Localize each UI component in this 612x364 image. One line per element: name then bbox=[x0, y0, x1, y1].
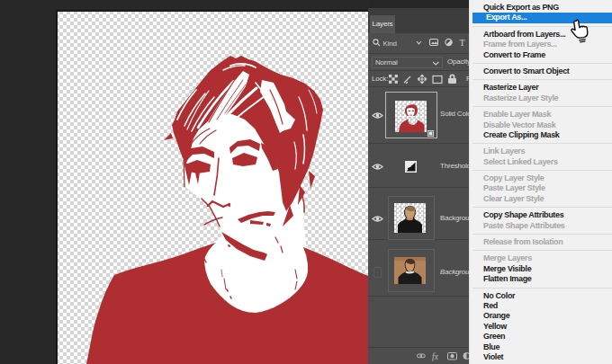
svg-text:fx: fx bbox=[432, 352, 439, 361]
svg-text:T: T bbox=[460, 38, 465, 48]
svg-text:Kind: Kind bbox=[383, 40, 397, 48]
